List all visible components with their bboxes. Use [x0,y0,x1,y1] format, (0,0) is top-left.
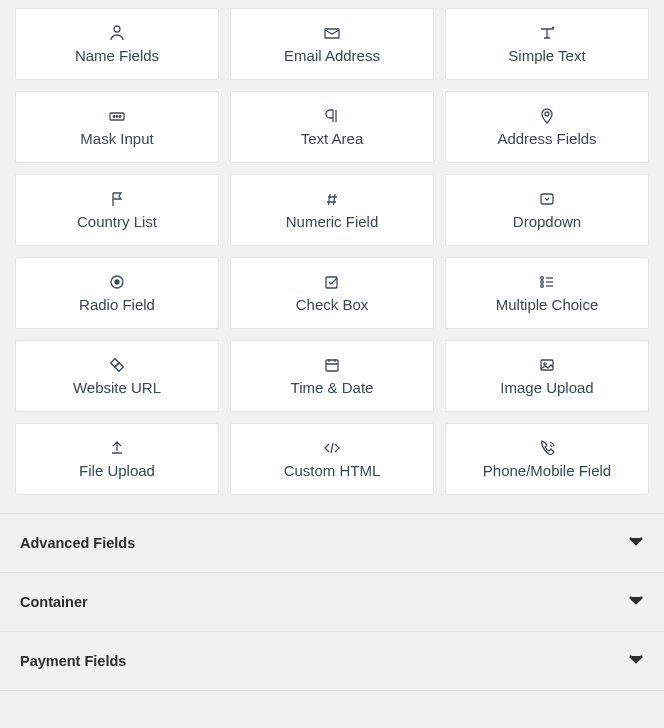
paragraph-icon [322,106,342,126]
accordion-item-advanced-fields[interactable]: Advanced Fields [0,514,664,573]
field-label: Radio Field [79,296,155,314]
accordion-title: Container [20,594,88,610]
accordion: Advanced FieldsContainerPayment Fields [0,513,664,691]
field-card-mask-input[interactable]: Mask Input [15,91,219,163]
field-label: Website URL [73,379,161,397]
field-label: Multiple Choice [496,296,599,314]
calendar-icon [322,355,342,375]
text-icon [537,23,557,43]
field-label: Custom HTML [284,462,381,480]
accordion-item-payment-fields[interactable]: Payment Fields [0,632,664,691]
field-card-simple-text[interactable]: Simple Text [445,8,649,80]
accordion-title: Payment Fields [20,653,126,669]
phone-icon [537,438,557,458]
field-card-address-fields[interactable]: Address Fields [445,91,649,163]
dropdown-icon [537,189,557,209]
mail-icon [322,23,342,43]
field-card-radio-field[interactable]: Radio Field [15,257,219,329]
field-label: File Upload [79,462,155,480]
field-card-phone-mobile[interactable]: Phone/Mobile Field [445,423,649,495]
field-label: Time & Date [291,379,374,397]
field-card-email-address[interactable]: Email Address [230,8,434,80]
field-card-name-fields[interactable]: Name Fields [15,8,219,80]
checkbox-icon [322,272,342,292]
field-card-image-upload[interactable]: Image Upload [445,340,649,412]
field-card-website-url[interactable]: Website URL [15,340,219,412]
field-card-time-date[interactable]: Time & Date [230,340,434,412]
field-label: Address Fields [497,130,596,148]
field-label: Simple Text [508,47,585,65]
field-label: Phone/Mobile Field [483,462,611,480]
field-card-dropdown[interactable]: Dropdown [445,174,649,246]
link-icon [107,355,127,375]
field-card-check-box[interactable]: Check Box [230,257,434,329]
hash-icon [322,189,342,209]
field-label: Check Box [296,296,369,314]
chevron-down-icon [628,592,644,612]
field-label: Text Area [301,130,364,148]
accordion-item-container[interactable]: Container [0,573,664,632]
mask-icon [107,106,127,126]
radio-icon [107,272,127,292]
field-label: Mask Input [80,130,153,148]
field-card-text-area[interactable]: Text Area [230,91,434,163]
fields-grid: Name FieldsEmail AddressSimple TextMask … [0,0,664,513]
field-card-custom-html[interactable]: Custom HTML [230,423,434,495]
field-card-numeric-field[interactable]: Numeric Field [230,174,434,246]
image-icon [537,355,557,375]
field-label: Image Upload [500,379,593,397]
field-label: Email Address [284,47,380,65]
field-card-file-upload[interactable]: File Upload [15,423,219,495]
field-label: Country List [77,213,157,231]
accordion-title: Advanced Fields [20,535,135,551]
list-icon [537,272,557,292]
chevron-down-icon [628,651,644,671]
chevron-down-icon [628,533,644,553]
field-label: Name Fields [75,47,159,65]
flag-icon [107,189,127,209]
field-card-multiple-choice[interactable]: Multiple Choice [445,257,649,329]
upload-icon [107,438,127,458]
pin-icon [537,106,557,126]
code-icon [322,438,342,458]
field-label: Numeric Field [286,213,379,231]
field-label: Dropdown [513,213,581,231]
user-icon [107,23,127,43]
field-card-country-list[interactable]: Country List [15,174,219,246]
